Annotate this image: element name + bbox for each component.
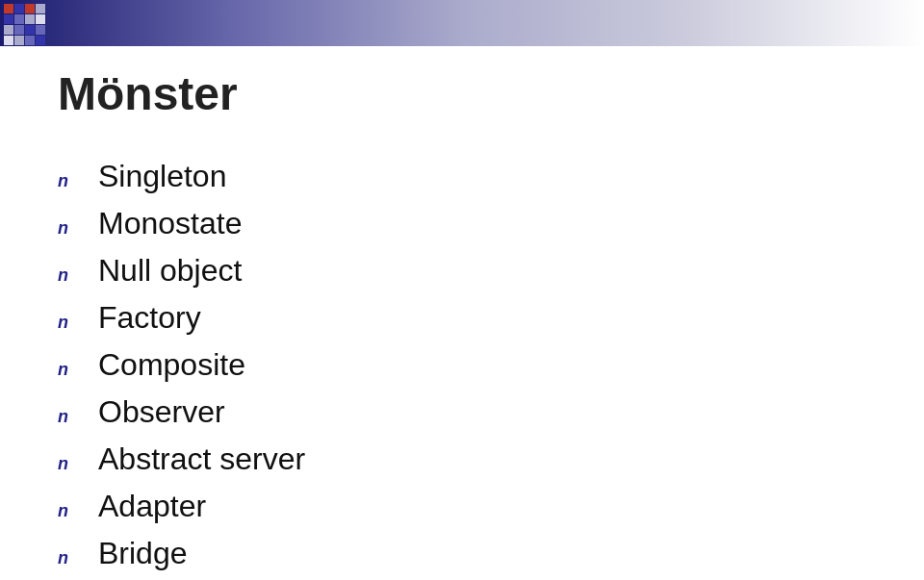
item-label: Singleton xyxy=(98,159,226,194)
bullet-symbol: n xyxy=(58,218,81,239)
list-item: nAbstract server xyxy=(58,441,866,477)
pixel xyxy=(25,36,35,45)
item-label: Observer xyxy=(98,394,225,430)
pixel xyxy=(4,25,13,35)
bullet-symbol: n xyxy=(58,454,81,474)
pixel xyxy=(36,4,45,13)
pixel xyxy=(25,14,35,24)
pixel xyxy=(36,25,45,35)
list-item: nNull object xyxy=(58,253,866,289)
list-item: nMonostate xyxy=(58,206,866,241)
bullet-symbol: n xyxy=(58,501,81,521)
item-label: Bridge xyxy=(98,536,188,571)
list-item: nBridge xyxy=(58,536,866,571)
list-item: nComposite xyxy=(58,347,866,383)
item-label: Null object xyxy=(98,253,242,289)
item-label: Adapter xyxy=(98,489,206,524)
header-bar xyxy=(0,0,924,46)
item-label: Monostate xyxy=(98,206,242,241)
bullet-symbol: n xyxy=(58,407,81,427)
list-item: nSingleton xyxy=(58,159,866,194)
page-title: Mönster xyxy=(58,67,866,120)
pattern-list: nSingletonnMonostatenNull objectnFactory… xyxy=(58,159,866,580)
pixel xyxy=(4,36,13,45)
list-item: nFactory xyxy=(58,300,866,336)
item-label: Factory xyxy=(98,300,201,336)
pixel xyxy=(14,4,24,13)
pixel xyxy=(4,4,13,13)
pixel xyxy=(36,36,45,45)
pixel xyxy=(25,25,35,35)
item-label: Abstract server xyxy=(98,441,305,477)
list-item: nAdapter xyxy=(58,489,866,524)
pixel xyxy=(14,14,24,24)
pixel xyxy=(14,25,24,35)
header-decoration xyxy=(4,4,45,45)
list-item: nObserver xyxy=(58,394,866,430)
bullet-symbol: n xyxy=(58,548,81,568)
main-content: Mönster nSingletonnMonostatenNull object… xyxy=(58,67,866,580)
pixel xyxy=(14,36,24,45)
item-label: Composite xyxy=(98,347,245,383)
bullet-symbol: n xyxy=(58,265,81,286)
pixel xyxy=(4,14,13,24)
pixel xyxy=(36,14,45,24)
bullet-symbol: n xyxy=(58,360,81,380)
bullet-symbol: n xyxy=(58,313,81,333)
pixel xyxy=(25,4,35,13)
bullet-symbol: n xyxy=(58,171,81,191)
